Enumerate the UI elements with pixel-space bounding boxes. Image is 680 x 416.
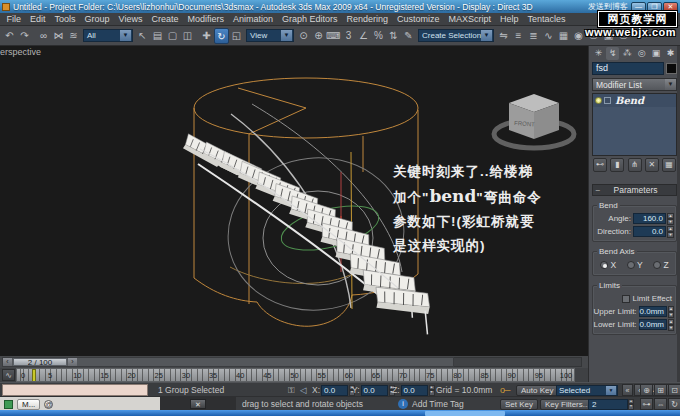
tab-motion-icon[interactable]: ◎ [635, 47, 648, 60]
axis-z-radio[interactable]: Z [653, 260, 668, 270]
taskbar-button[interactable] [425, 411, 505, 416]
rollout-header[interactable]: − Parameters [592, 184, 677, 196]
z-coord-field[interactable]: 0.0 [401, 385, 428, 396]
menu-item[interactable]: Help [496, 14, 524, 24]
select-by-name-icon[interactable]: ▤ [150, 28, 165, 44]
y-coord-field[interactable]: 0.0 [361, 385, 388, 396]
menu-item[interactable]: Edit [26, 14, 51, 24]
menu-item[interactable]: Tentacles [523, 14, 570, 24]
selection-lock-icon[interactable]: ⚿ [288, 383, 294, 397]
modifier-list-dropdown[interactable]: Modifier List ▼ [592, 78, 677, 91]
key-set-dropdown[interactable]: Selected ▼ [556, 385, 618, 396]
current-frame-field[interactable]: 2 [588, 399, 628, 410]
viewcube[interactable]: FRONT [494, 94, 574, 148]
time-slider-handle[interactable]: 2 / 100 [13, 358, 67, 366]
remove-modifier-icon[interactable]: ✕ [645, 158, 659, 172]
undo-icon[interactable]: ↶ [2, 28, 17, 44]
configure-sets-icon[interactable]: ▦ [662, 158, 676, 172]
selection-filter-dropdown[interactable]: All ▼ [83, 29, 133, 42]
pan-icon[interactable]: ⇔ [654, 398, 667, 410]
menu-item[interactable]: Modifiers [183, 14, 229, 24]
current-frame-marker[interactable] [32, 369, 36, 382]
named-sets-dropdown[interactable]: Create Selection Se ▼ [418, 29, 494, 42]
viewport-label[interactable]: Perspective [0, 47, 41, 57]
taskbar-app-icon[interactable] [4, 400, 13, 409]
link-icon[interactable]: ∞ [36, 28, 51, 44]
direction-spinner[interactable]: ▲▼ [667, 226, 674, 237]
make-unique-icon[interactable]: ⋔ [628, 158, 642, 172]
curve-editor-icon[interactable]: ∿ [541, 28, 556, 44]
upper-limit-spinner[interactable]: ▲▼ [668, 306, 674, 317]
time-slider-track[interactable]: ‹ 2 / 100 › [2, 357, 454, 367]
limit-effect-checkbox[interactable] [622, 295, 630, 303]
lower-limit-spinner[interactable]: ▲▼ [668, 319, 674, 330]
menu-item[interactable]: Customize [393, 14, 445, 24]
key-filters-button[interactable]: Key Filters... [540, 399, 594, 410]
perspective-viewport[interactable]: FRONT Perspective 关键时刻来了..给楼梯 加个"bend"弯曲… [0, 46, 588, 356]
modifier-stack-entry[interactable]: Bend [593, 94, 676, 107]
align-icon[interactable]: ≡ [511, 28, 526, 44]
close-button[interactable]: ✕ [663, 2, 678, 12]
modifier-expand-icon[interactable] [604, 97, 611, 104]
scale-icon[interactable]: ◱ [229, 28, 244, 44]
at-icon[interactable]: @ [44, 400, 53, 409]
material-editor-icon[interactable]: ◉ [571, 28, 586, 44]
menu-item[interactable]: Tools [50, 14, 80, 24]
tab-modify-icon[interactable]: ↯ [606, 47, 619, 60]
x-coord-field[interactable]: 0.0 [321, 385, 348, 396]
frame-spinner[interactable]: ▲▼ [628, 399, 634, 410]
maximize-button[interactable]: ❐ [647, 2, 662, 12]
bind-spacewarp-icon[interactable]: ≋ [66, 28, 81, 44]
manipulate-icon[interactable]: ⊕ [311, 28, 326, 44]
region-select-icon[interactable]: ▢ [165, 28, 180, 44]
zoom-all-icon[interactable]: ⊞ [654, 384, 667, 396]
upper-limit-field[interactable]: 0.0mm [639, 306, 667, 317]
modifier-stack[interactable]: Bend [592, 93, 677, 156]
snap-3d-icon[interactable]: 3 [341, 28, 356, 44]
menu-item[interactable]: File [2, 14, 26, 24]
select-icon[interactable]: ↖ [135, 28, 150, 44]
close-icon[interactable]: ✕ [190, 399, 206, 409]
modifier-on-icon[interactable] [595, 97, 602, 104]
schematic-view-icon[interactable]: ▦ [556, 28, 571, 44]
lower-limit-field[interactable]: 0.0mm [639, 319, 667, 330]
axis-x-radio[interactable]: X [600, 260, 616, 270]
keyboard-override-icon[interactable]: ⌨ [326, 28, 341, 44]
zoom-icon[interactable]: ⊕ [640, 384, 653, 396]
object-color-swatch[interactable] [666, 63, 677, 74]
menu-item[interactable]: Graph Editors [277, 14, 342, 24]
menu-item[interactable]: Views [114, 14, 147, 24]
set-keys-key-icon[interactable]: o─ [500, 383, 509, 397]
prev-frame-arrow[interactable]: ‹ [3, 358, 12, 366]
mini-curve-editor-button[interactable]: ∿ [2, 369, 15, 381]
angle-snap-icon[interactable]: ∠ [356, 28, 371, 44]
show-end-result-icon[interactable]: ▮ [610, 158, 624, 172]
minimize-button[interactable]: — [631, 2, 646, 12]
object-name-field[interactable]: fsd [592, 62, 664, 75]
tab-create-icon[interactable]: ✳ [592, 47, 605, 60]
pivot-center-icon[interactable]: ⊙ [296, 28, 311, 44]
menu-item[interactable]: Group [80, 14, 114, 24]
spinner-snap-icon[interactable]: ⇅ [386, 28, 401, 44]
z-spinner[interactable]: ▲▼ [429, 385, 435, 396]
zoom-extents-icon[interactable]: ⊡ [668, 384, 680, 396]
ref-coord-dropdown[interactable]: View ▼ [246, 29, 294, 42]
direction-field[interactable]: 0.0 [633, 226, 666, 237]
edit-named-sets-icon[interactable]: ✎ [401, 28, 416, 44]
layers-icon[interactable]: ≣ [526, 28, 541, 44]
window-crossing-icon[interactable]: ◫ [180, 28, 195, 44]
move-icon[interactable]: ✚ [199, 28, 214, 44]
taskbar-window-button[interactable]: M... [17, 399, 40, 410]
menu-item[interactable]: Animation [228, 14, 277, 24]
add-time-tag[interactable]: Add Time Tag [412, 397, 464, 411]
next-frame-arrow[interactable]: › [68, 358, 77, 366]
key-mode-icon[interactable]: ⊶ [640, 398, 653, 410]
windows-taskbar[interactable] [0, 410, 680, 416]
axis-y-radio[interactable]: Y [627, 260, 643, 270]
tab-display-icon[interactable]: ▣ [650, 47, 663, 60]
unlink-icon[interactable]: ⋈ [51, 28, 66, 44]
go-to-start-button[interactable]: « [622, 384, 633, 396]
menu-item[interactable]: Create [147, 14, 183, 24]
set-key-button[interactable]: Set Key [500, 399, 538, 410]
pin-stack-icon[interactable]: ⊷ [593, 158, 607, 172]
